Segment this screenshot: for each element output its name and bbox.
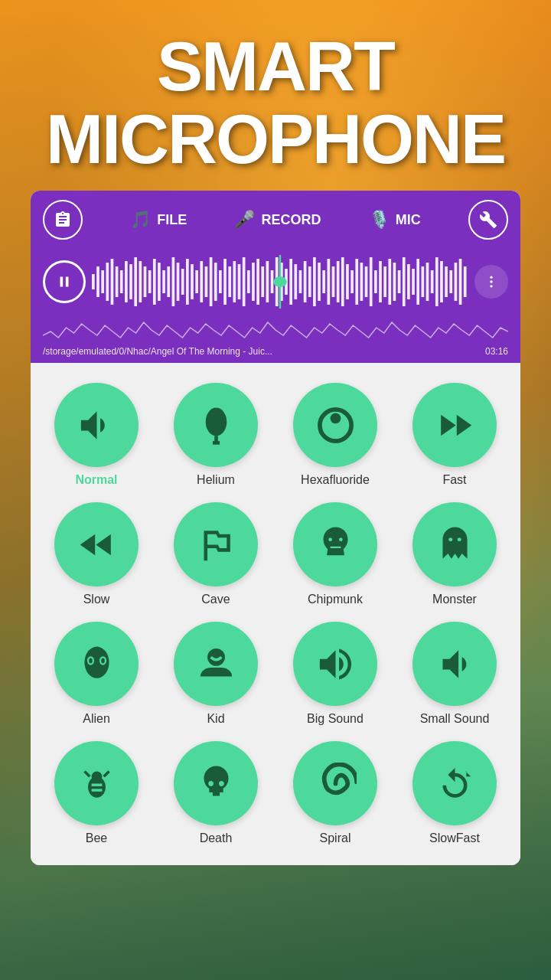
effect-helium[interactable]: Helium — [156, 375, 276, 495]
pause-button[interactable] — [43, 260, 86, 303]
svg-point-87 — [330, 413, 341, 423]
svg-rect-34 — [252, 263, 255, 301]
effect-chipmunk[interactable]: Chipmunk — [276, 495, 395, 614]
svg-point-84 — [490, 285, 492, 287]
svg-rect-2 — [101, 270, 104, 293]
player-section: 🎵 FILE 🎤 RECORD 🎙️ MIC — [31, 191, 520, 363]
title-area: SMART MICROPHONE — [0, 0, 551, 191]
clipboard-button[interactable] — [43, 200, 83, 240]
svg-rect-5 — [116, 266, 119, 297]
svg-rect-38 — [271, 270, 274, 293]
effect-alien[interactable]: Alien — [37, 614, 156, 733]
svg-rect-58 — [365, 266, 368, 297]
effect-hexafluoride[interactable]: Hexafluoride — [276, 375, 395, 495]
svg-rect-0 — [92, 274, 95, 289]
effect-big-sound[interactable]: Big Sound — [276, 614, 395, 733]
svg-point-85 — [205, 407, 227, 436]
svg-rect-63 — [388, 259, 391, 305]
svg-rect-3 — [106, 263, 109, 301]
svg-rect-22 — [195, 270, 198, 293]
effect-slow[interactable]: Slow — [37, 495, 156, 614]
svg-rect-17 — [172, 257, 175, 306]
effect-label-bee: Bee — [86, 831, 107, 845]
svg-rect-42 — [289, 259, 292, 305]
effect-spiral[interactable]: Spiral — [276, 733, 395, 853]
effect-label-spiral: Spiral — [320, 831, 351, 845]
svg-rect-53 — [341, 257, 344, 306]
svg-rect-12 — [148, 270, 152, 293]
effect-label-monster: Monster — [432, 593, 477, 606]
effect-label-slowfast: SlowFast — [429, 831, 480, 845]
svg-rect-15 — [162, 270, 165, 293]
record-button[interactable]: 🎤 RECORD — [234, 210, 321, 230]
effect-circle-slow — [54, 502, 139, 586]
more-options-button[interactable] — [474, 265, 508, 299]
main-panel: 🎵 FILE 🎤 RECORD 🎙️ MIC — [31, 191, 520, 865]
effect-circle-chipmunk — [293, 502, 377, 586]
svg-rect-72 — [431, 270, 434, 293]
svg-rect-43 — [294, 264, 297, 299]
svg-point-82 — [490, 276, 492, 279]
effect-label-alien: Alien — [83, 712, 110, 726]
effect-circle-alien — [54, 622, 139, 706]
effect-small-sound[interactable]: Small Sound — [395, 614, 514, 733]
svg-rect-26 — [214, 263, 217, 301]
effect-circle-death — [174, 741, 258, 825]
svg-rect-47 — [313, 257, 316, 306]
svg-rect-67 — [407, 264, 410, 299]
effect-bee[interactable]: Bee — [37, 733, 156, 853]
effect-circle-bee — [54, 741, 139, 825]
duration: 03:16 — [485, 346, 508, 357]
svg-rect-78 — [459, 259, 462, 305]
svg-rect-37 — [266, 261, 269, 302]
svg-rect-68 — [412, 269, 415, 295]
app-title: SMART MICROPHONE — [0, 31, 551, 175]
svg-rect-65 — [398, 270, 401, 293]
file-button[interactable]: 🎵 FILE — [130, 210, 187, 230]
effect-kid[interactable]: Kid — [156, 614, 276, 733]
svg-rect-32 — [243, 257, 246, 306]
effect-death[interactable]: Death — [156, 733, 276, 853]
svg-rect-50 — [328, 259, 331, 305]
effect-slowfast[interactable]: SlowFast — [395, 733, 514, 853]
svg-rect-1 — [96, 266, 99, 297]
effect-monster[interactable]: Monster — [395, 495, 514, 614]
effect-circle-hexafluoride — [293, 383, 377, 467]
effect-label-hexafluoride: Hexafluoride — [301, 473, 370, 487]
svg-rect-14 — [158, 263, 161, 301]
effect-label-fast: Fast — [442, 473, 466, 487]
svg-rect-55 — [350, 270, 354, 293]
svg-rect-31 — [238, 264, 241, 299]
effect-circle-cave — [174, 502, 258, 586]
effect-fast[interactable]: Fast — [395, 375, 514, 495]
svg-rect-66 — [403, 257, 406, 306]
svg-rect-77 — [455, 263, 458, 301]
svg-rect-45 — [304, 261, 307, 302]
effect-circle-kid — [174, 622, 258, 706]
mic-icon: 🎙️ — [369, 210, 390, 230]
effect-circle-normal — [54, 383, 139, 467]
effect-normal[interactable]: Normal — [37, 375, 156, 495]
effect-label-chipmunk: Chipmunk — [308, 593, 363, 606]
effect-label-cave: Cave — [201, 593, 230, 606]
settings-button[interactable] — [468, 200, 508, 240]
svg-rect-52 — [337, 261, 340, 302]
svg-rect-51 — [332, 266, 335, 297]
svg-rect-64 — [393, 263, 396, 301]
player-controls-top: 🎵 FILE 🎤 RECORD 🎙️ MIC — [43, 200, 508, 240]
effect-circle-fast — [412, 383, 497, 467]
waveform-display[interactable] — [92, 255, 468, 309]
svg-rect-71 — [426, 263, 429, 301]
svg-rect-33 — [247, 270, 250, 293]
svg-rect-96 — [91, 789, 102, 791]
svg-rect-76 — [449, 270, 452, 293]
mic-button[interactable]: 🎙️ MIC — [369, 210, 421, 230]
effect-label-helium: Helium — [197, 473, 235, 487]
effect-circle-helium — [174, 383, 258, 467]
svg-rect-56 — [355, 259, 358, 305]
effect-circle-big-sound — [293, 622, 377, 706]
effect-cave[interactable]: Cave — [156, 495, 276, 614]
svg-rect-57 — [360, 263, 364, 301]
effect-label-kid: Kid — [207, 712, 224, 726]
svg-rect-70 — [422, 266, 425, 297]
